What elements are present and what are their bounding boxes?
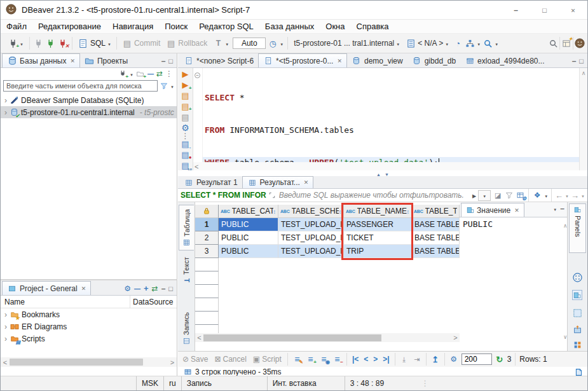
export-result-icon[interactable]: → [181,139,191,149]
view-tab-record[interactable]: Запись [179,309,194,347]
perspective-icon[interactable]: ✦ [561,38,571,48]
filters-menu-icon[interactable] [505,190,514,200]
project-item-scripts[interactable]: ▤ Scripts [1,333,177,345]
duplicate-row-button[interactable]: ◉ [318,354,329,364]
menu-item-navigation[interactable]: Навигация [107,20,159,32]
column-header-table-type[interactable]: ABCTABLE_TY [412,205,460,218]
sort-icon[interactable] [339,207,342,216]
invalidate-connection-icon[interactable]: ✕ [58,38,68,48]
maximize-editor-icon[interactable] [579,57,584,65]
tab-databases[interactable]: Базы данных [2,53,80,67]
collapse-all-icon[interactable] [134,284,140,293]
link-selection-icon[interactable] [152,284,158,293]
menu-item-database[interactable]: База данных [259,20,320,32]
editor-vscrollbar[interactable] [579,68,587,170]
menu-item-search[interactable]: Поиск [159,20,193,32]
numbered-script-icon[interactable]: 10 [181,160,191,170]
search-icon[interactable] [548,38,558,48]
execute-new-tab-icon[interactable]: + [181,80,191,90]
tree-item-t5-prostore[interactable]: ✔ t5-prostore-01.ru-central1.internal - … [1,106,177,118]
chevron-right-icon[interactable] [4,322,7,331]
apply-filter-icon[interactable] [472,191,476,200]
tab-script-6[interactable]: *<none> Script-6 [179,54,258,67]
tab-project-general[interactable]: Project - General [2,281,91,295]
rollback-button[interactable]: Rollback [164,37,209,50]
tab-value[interactable]: Значение [461,203,524,217]
first-row-button[interactable]: |< [351,355,360,364]
sort-icon[interactable] [407,207,410,216]
edit-row-button[interactable]: ✎ [292,354,303,364]
schema-selector[interactable]: < N/A > [404,37,451,50]
metadata-panel-icon[interactable] [572,308,582,318]
grid-corner-cell[interactable] [195,205,219,218]
grid-settings-icon[interactable]: ⚙ [516,190,525,200]
close-icon[interactable] [81,285,86,292]
scroll-left-icon[interactable] [195,162,198,171]
grid-config-icon[interactable] [449,354,459,364]
commit-button[interactable]: Commit [120,37,162,50]
chevron-right-icon[interactable] [4,96,7,105]
collapse-all-icon[interactable] [147,69,154,78]
menu-item-help[interactable]: Справка [351,20,395,32]
grid-cell[interactable]: TRIP [344,245,412,258]
menu-item-file[interactable]: Файл [1,20,32,32]
view-tab-text[interactable]: T Текст [179,254,194,287]
tab-exload[interactable]: exload_4994de80... [460,54,549,67]
cancel-button[interactable]: Cancel [212,353,248,365]
prev-row-button[interactable]: < [362,355,369,364]
grid-cell[interactable]: TEST_UPLOAD_DATA [278,231,344,245]
chevron-right-icon[interactable] [4,108,7,117]
view-tab-grid[interactable]: Таблица [179,205,194,250]
value-viewer[interactable]: PUBLIC [460,217,568,342]
disconnect-icon[interactable] [34,38,44,48]
grid-cell[interactable]: BASE TABLE [412,231,460,245]
grid-cell[interactable]: TEST_UPLOAD_DATA [278,218,344,231]
new-folder-icon[interactable]: + [136,69,145,79]
refresh-icon[interactable] [495,354,505,364]
execute-statement-icon[interactable] [181,69,191,79]
next-row-button[interactable]: > [372,355,379,364]
forward-icon[interactable] [571,191,579,200]
chevron-right-icon[interactable] [4,334,7,343]
grid-cell-selected[interactable]: PUBLIC [219,218,278,231]
transaction-log-button[interactable]: T [211,37,231,50]
column-header-table-schema[interactable]: ABCTABLE_SCHEI [278,205,344,218]
object-search-input[interactable] [3,80,158,92]
back-icon[interactable] [555,191,563,200]
grid-cell[interactable]: PUBLIC [219,231,278,245]
save-button[interactable]: Save [181,353,210,365]
value-grid-icon[interactable] [572,272,582,282]
column-header-table-name[interactable]: ABCTABLE_NAME [344,205,412,218]
last-row-button[interactable]: >| [381,355,390,364]
panels-button[interactable]: Panels [569,203,586,253]
close-icon[interactable] [514,207,519,214]
timezone-indicator[interactable]: MSK [136,376,163,390]
history-icon[interactable] [268,38,278,48]
write-mode-indicator[interactable]: Запись [181,376,267,390]
row-number[interactable]: 1 [195,218,219,231]
column-datasource[interactable]: DataSource [130,298,177,306]
explain-plan-icon[interactable] [181,112,191,122]
tab-projects[interactable]: Проекты [80,54,132,67]
minimize-panel-icon[interactable] [161,284,166,293]
add-row-button[interactable]: + [305,354,316,364]
tab-result-2-active[interactable]: Результат... [242,176,314,188]
presentation-icon[interactable] [532,190,542,200]
settings-icon[interactable] [124,284,131,293]
filter-expression-input[interactable] [278,190,472,200]
panel-menu-icon[interactable] [553,204,557,213]
dashboard-icon[interactable] [453,38,463,48]
project-item-er-diagrams[interactable]: ER Diagrams [1,320,177,333]
value-viewer-panel-icon[interactable] [572,290,582,300]
fetch-size-input[interactable] [462,353,492,365]
clear-filter-icon[interactable] [493,190,503,200]
insert-mode-indicator[interactable]: Инт. вставка [267,376,345,390]
grid-cell[interactable]: PUBLIC [219,245,278,258]
tab-demo-view[interactable]: demo_view [347,54,407,67]
scroll-right-icon[interactable] [451,333,460,342]
close-icon[interactable] [70,58,75,64]
tab-result-1[interactable]: Результат 1 [179,177,242,188]
minimize-panel-icon[interactable] [560,204,564,213]
validate-script-icon[interactable]: ● [181,149,191,160]
link-editor-icon[interactable] [156,69,163,78]
